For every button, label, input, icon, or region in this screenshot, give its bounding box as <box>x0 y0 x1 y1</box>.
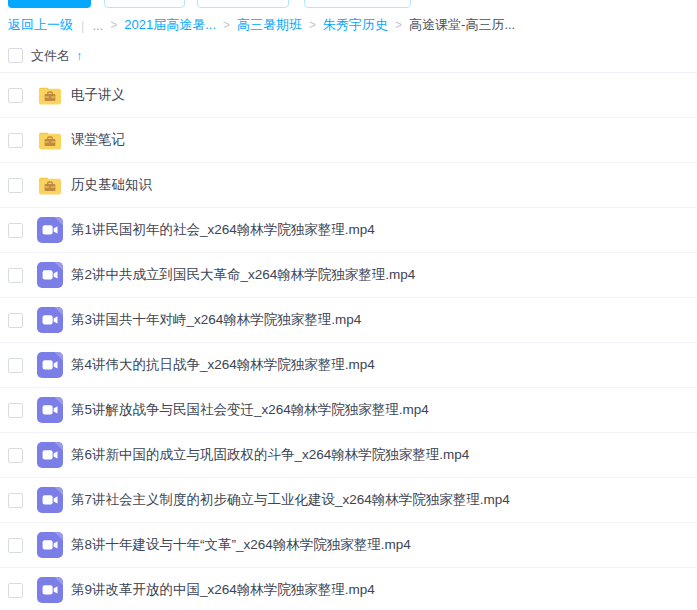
row-checkbox[interactable] <box>8 538 23 553</box>
video-file-icon <box>37 352 63 378</box>
toolbar-button-4[interactable] <box>304 0 411 8</box>
video-file-icon <box>37 397 63 423</box>
toolbar-button-2[interactable] <box>104 0 185 8</box>
file-name-link[interactable]: 第9讲改革开放的中国_x264翰林学院独家整理.mp4 <box>71 581 375 599</box>
column-header-filename[interactable]: 文件名 <box>31 47 70 65</box>
breadcrumb-link[interactable]: 朱秀宇历史 <box>323 16 388 34</box>
file-name-link[interactable]: 第7讲社会主义制度的初步确立与工业化建设_x264翰林学院独家整理.mp4 <box>71 491 510 509</box>
file-row[interactable]: 第4讲伟大的抗日战争_x264翰林学院独家整理.mp4 <box>0 343 697 388</box>
row-checkbox[interactable] <box>8 583 23 598</box>
toolbar-button-1[interactable] <box>8 0 91 8</box>
file-row[interactable]: 第8讲十年建设与十年“文革”_x264翰林学院独家整理.mp4 <box>0 523 697 568</box>
row-checkbox[interactable] <box>8 493 23 508</box>
file-row[interactable]: 第3讲国共十年对峙_x264翰林学院独家整理.mp4 <box>0 298 697 343</box>
breadcrumb-divider: | <box>81 18 84 33</box>
row-checkbox[interactable] <box>8 448 23 463</box>
breadcrumb-back-link[interactable]: 返回上一级 <box>8 16 73 34</box>
file-row[interactable]: 第7讲社会主义制度的初步确立与工业化建设_x264翰林学院独家整理.mp4 <box>0 478 697 523</box>
sort-ascending-icon[interactable]: ↑ <box>76 48 83 63</box>
file-row[interactable]: 课堂笔记 <box>0 118 697 163</box>
video-file-icon <box>37 487 63 513</box>
video-file-icon <box>37 442 63 468</box>
file-name-link[interactable]: 课堂笔记 <box>71 131 125 149</box>
breadcrumb-separator-icon: > <box>395 18 402 32</box>
toolbar-button-3[interactable] <box>197 0 289 8</box>
file-name-link[interactable]: 第8讲十年建设与十年“文革”_x264翰林学院独家整理.mp4 <box>71 536 411 554</box>
file-row[interactable]: 第5讲解放战争与民国社会变迁_x264翰林学院独家整理.mp4 <box>0 388 697 433</box>
video-file-icon <box>37 577 63 603</box>
breadcrumb-separator-icon: > <box>223 18 230 32</box>
file-name-link[interactable]: 第1讲民国初年的社会_x264翰林学院独家整理.mp4 <box>71 221 375 239</box>
file-name-link[interactable]: 第6讲新中国的成立与巩固政权的斗争_x264翰林学院独家整理.mp4 <box>71 446 469 464</box>
row-checkbox[interactable] <box>8 133 23 148</box>
file-row[interactable]: 第1讲民国初年的社会_x264翰林学院独家整理.mp4 <box>0 208 697 253</box>
file-name-link[interactable]: 第5讲解放战争与民国社会变迁_x264翰林学院独家整理.mp4 <box>71 401 429 419</box>
file-list-header: 文件名 ↑ <box>0 39 697 73</box>
file-name-link[interactable]: 第2讲中共成立到国民大革命_x264翰林学院独家整理.mp4 <box>71 266 415 284</box>
breadcrumb-items: ...>2021届高途暑...>高三暑期班>朱秀宇历史>高途课堂-高三历... <box>92 16 515 34</box>
breadcrumb-link[interactable]: 2021届高途暑... <box>124 16 216 34</box>
row-checkbox[interactable] <box>8 358 23 373</box>
video-file-icon <box>37 262 63 288</box>
file-list: 电子讲义 课堂笔记 <box>0 73 697 610</box>
breadcrumb-separator-icon: > <box>110 18 117 32</box>
file-row[interactable]: 第2讲中共成立到国民大革命_x264翰林学院独家整理.mp4 <box>0 253 697 298</box>
row-checkbox[interactable] <box>8 268 23 283</box>
breadcrumb: 返回上一级 | ...>2021届高途暑...>高三暑期班>朱秀宇历史>高途课堂… <box>0 11 697 39</box>
row-checkbox[interactable] <box>8 403 23 418</box>
row-checkbox[interactable] <box>8 178 23 193</box>
folder-icon <box>37 83 63 107</box>
video-file-icon <box>37 307 63 333</box>
breadcrumb-link[interactable]: 高三暑期班 <box>237 16 302 34</box>
file-name-link[interactable]: 历史基础知识 <box>71 176 152 194</box>
row-checkbox[interactable] <box>8 313 23 328</box>
folder-icon <box>37 128 63 152</box>
file-row[interactable]: 第9讲改革开放的中国_x264翰林学院独家整理.mp4 <box>0 568 697 610</box>
video-file-icon <box>37 532 63 558</box>
row-checkbox[interactable] <box>8 223 23 238</box>
breadcrumb-current: 高途课堂-高三历... <box>409 16 515 34</box>
row-checkbox[interactable] <box>8 88 23 103</box>
breadcrumb-separator-icon: > <box>309 18 316 32</box>
folder-icon <box>37 173 63 197</box>
video-file-icon <box>37 217 63 243</box>
file-row[interactable]: 电子讲义 <box>0 73 697 118</box>
file-name-link[interactable]: 电子讲义 <box>71 86 125 104</box>
file-name-link[interactable]: 第4讲伟大的抗日战争_x264翰林学院独家整理.mp4 <box>71 356 375 374</box>
file-name-link[interactable]: 第3讲国共十年对峙_x264翰林学院独家整理.mp4 <box>71 311 361 329</box>
breadcrumb-link[interactable]: ... <box>92 18 103 33</box>
file-row[interactable]: 历史基础知识 <box>0 163 697 208</box>
toolbar <box>0 0 697 9</box>
select-all-checkbox[interactable] <box>8 48 23 63</box>
file-row[interactable]: 第6讲新中国的成立与巩固政权的斗争_x264翰林学院独家整理.mp4 <box>0 433 697 478</box>
